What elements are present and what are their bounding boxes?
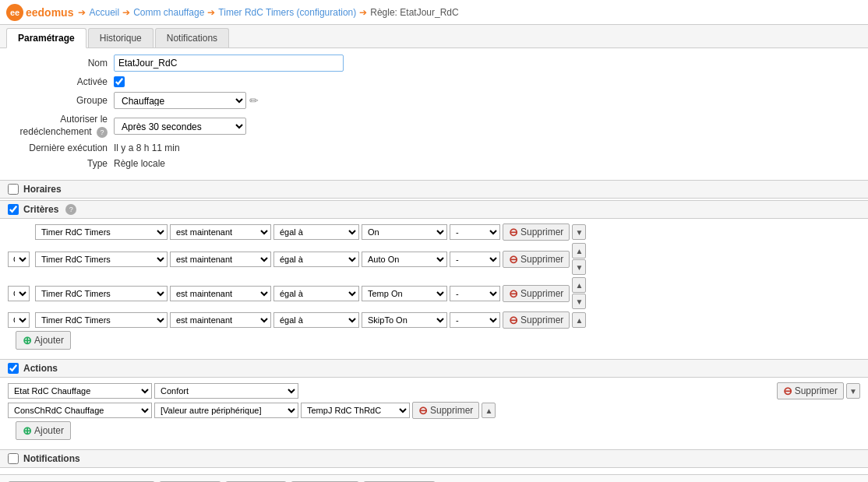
actions-checkbox[interactable] [8, 363, 19, 374]
action-move-up-1[interactable]: ▲ [482, 403, 496, 418]
criteria-add-button[interactable]: ⊕ Ajouter [16, 331, 71, 350]
criteria-move-up-2[interactable]: ▲ [572, 277, 586, 293]
notifications-checkbox[interactable] [8, 453, 19, 464]
nom-input[interactable] [114, 55, 344, 72]
actions-header: Actions [0, 359, 868, 378]
minus-icon-3: ⊖ [509, 314, 518, 326]
nom-label: Nom [12, 58, 114, 69]
criteria-condition-2[interactable]: est maintenant [170, 286, 271, 301]
groupe-label: Groupe [12, 95, 114, 106]
criteria-operator-0[interactable]: égal à [273, 224, 359, 240]
breadcrumb-comm[interactable]: Comm chauffage [133, 7, 204, 18]
criteres-title: Critères [23, 204, 58, 215]
action-move-0: ▼ [846, 383, 860, 399]
minus-icon-2: ⊖ [509, 287, 518, 300]
criteria-condition-0[interactable]: est maintenant [170, 224, 271, 240]
logo: ee eedomus [6, 4, 73, 21]
criteria-row-1: Ou Timer RdC Timers est maintenant égal … [8, 243, 860, 275]
criteria-value-1[interactable]: Auto On [362, 252, 447, 267]
breadcrumb-current: Règle: EtatJour_RdC [370, 7, 458, 18]
criteria-dash-3[interactable]: - [450, 312, 500, 328]
criteria-operator-1[interactable]: égal à [273, 252, 359, 267]
action-row-0: Etat RdC Chauffage Confort ⊖ Supprimer ▼ [8, 382, 860, 399]
criteria-move-down-0[interactable]: ▼ [572, 224, 586, 240]
derniere-label: Dernière exécution [12, 142, 114, 153]
notifications-header: Notifications [0, 449, 868, 468]
criteria-condition-3[interactable]: est maintenant [170, 312, 271, 328]
criteria-dash-0[interactable]: - [450, 224, 500, 240]
horaires-title: Horaires [23, 184, 62, 195]
horaires-checkbox[interactable] [8, 184, 19, 195]
derniere-value: Il y a 8 h 11 min [114, 142, 180, 153]
groupe-edit-icon[interactable]: ✏ [249, 94, 259, 107]
header: ee eedomus ➔ Accueil ➔ Comm chauffage ➔ … [0, 0, 868, 25]
criteria-device-1[interactable]: Timer RdC Timers [35, 252, 168, 267]
horaires-header: Horaires [0, 180, 868, 199]
criteria-device-3[interactable]: Timer RdC Timers [35, 312, 168, 328]
breadcrumb-accueil[interactable]: Accueil [89, 7, 119, 18]
action-device-1[interactable]: ConsChRdC Chauffage [8, 403, 152, 418]
action-extra-1[interactable]: TempJ RdC ThRdC [301, 403, 410, 418]
criteria-connector-2[interactable]: Ou [8, 286, 30, 301]
action-suppress-1[interactable]: ⊖ Supprimer [412, 402, 479, 419]
criteres-help-icon[interactable]: ? [65, 204, 76, 215]
criteria-suppress-3[interactable]: ⊖ Supprimer [503, 311, 570, 329]
tab-parametrage[interactable]: Paramétrage [6, 28, 86, 48]
action-value-0[interactable]: Confort [154, 383, 298, 399]
type-row: Type Règle locale [12, 158, 856, 169]
criteria-move-2: ▲ ▼ [572, 277, 586, 309]
logo-text: eedomus [26, 6, 73, 19]
breadcrumb-arrow-3: ➔ [359, 7, 367, 18]
action-move-1: ▲ [482, 403, 496, 418]
plus-icon-actions: ⊕ [23, 424, 32, 437]
minus-icon-1: ⊖ [509, 253, 518, 266]
criteria-dash-2[interactable]: - [450, 286, 500, 301]
activee-row: Activée [12, 76, 856, 87]
criteria-connector-1[interactable]: Ou [8, 252, 30, 267]
activee-checkbox[interactable] [114, 76, 125, 87]
tab-historique[interactable]: Historique [88, 28, 153, 47]
criteria-operator-3[interactable]: égal à [273, 312, 359, 328]
tab-bar: Paramétrage Historique Notifications [0, 25, 868, 48]
criteria-value-2[interactable]: Temp On [362, 286, 447, 301]
action-move-down-0[interactable]: ▼ [846, 383, 860, 399]
criteria-move-up-3[interactable]: ▲ [572, 312, 586, 328]
criteria-operator-2[interactable]: égal à [273, 286, 359, 301]
groupe-select[interactable]: Chauffage [114, 92, 246, 109]
criteria-value-3[interactable]: SkipTo On [362, 312, 447, 328]
criteria-value-0[interactable]: On [362, 224, 447, 240]
breadcrumb-arrow-2: ➔ [207, 7, 215, 18]
nom-row: Nom [12, 55, 856, 72]
criteria-move-down-1[interactable]: ▼ [572, 259, 586, 275]
criteres-checkbox[interactable] [8, 204, 19, 215]
criteria-row-3: Ou Timer RdC Timers est maintenant égal … [8, 311, 860, 329]
actions-add-button[interactable]: ⊕ Ajouter [16, 421, 71, 440]
type-label: Type [12, 158, 114, 169]
criteria-device-0[interactable]: Timer RdC Timers [35, 224, 168, 240]
criteria-connector-3[interactable]: Ou [8, 312, 30, 328]
breadcrumb-timer[interactable]: Timer RdC Timers (configuration) [218, 7, 356, 18]
criteria-suppress-0[interactable]: ⊖ Supprimer [503, 223, 570, 241]
criteria-suppress-1[interactable]: ⊖ Supprimer [503, 251, 570, 268]
action-row-1: ConsChRdC Chauffage [Valeur autre périph… [8, 402, 860, 419]
tab-notifications[interactable]: Notifications [155, 28, 229, 47]
derniere-row: Dernière exécution Il y a 8 h 11 min [12, 142, 856, 153]
autoriser-select[interactable]: Après 30 secondes [114, 118, 246, 135]
criteria-row-0: Timer RdC Timers est maintenant égal à O… [8, 223, 860, 241]
autoriser-help-icon[interactable]: ? [97, 127, 108, 138]
type-value: Règle locale [114, 158, 165, 169]
action-type-1[interactable]: [Valeur autre périphérique] [154, 403, 298, 418]
autoriser-label: Autoriser le redéclenchement ? [12, 114, 114, 138]
criteria-move-down-2[interactable]: ▼ [572, 294, 586, 309]
criteria-move-up-1[interactable]: ▲ [572, 243, 586, 259]
criteria-suppress-2[interactable]: ⊖ Supprimer [503, 285, 570, 302]
minus-icon-0: ⊖ [509, 226, 518, 238]
criteria-move-3: ▲ [572, 312, 586, 328]
criteria-dash-1[interactable]: - [450, 252, 500, 267]
criteria-condition-1[interactable]: est maintenant [170, 252, 271, 267]
minus-icon-action-1: ⊖ [418, 404, 428, 417]
action-device-0[interactable]: Etat RdC Chauffage [8, 383, 152, 399]
action-suppress-0[interactable]: ⊖ Supprimer [777, 382, 844, 399]
criteria-device-2[interactable]: Timer RdC Timers [35, 286, 168, 301]
autoriser-row: Autoriser le redéclenchement ? Après 30 … [12, 114, 856, 138]
